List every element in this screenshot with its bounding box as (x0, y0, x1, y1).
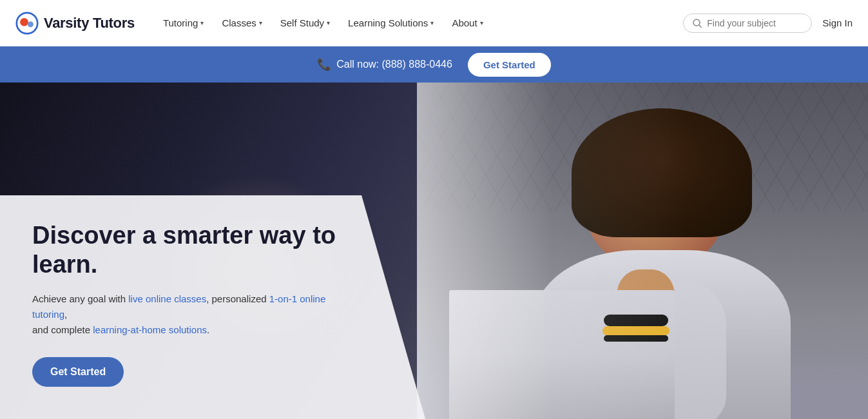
hero-subtext: Achieve any goal with live online classe… (32, 291, 342, 338)
signin-button[interactable]: Sign In (822, 17, 853, 28)
nav-label-about: About (452, 17, 477, 28)
chevron-down-icon: ▾ (480, 19, 483, 26)
svg-point-1 (20, 17, 28, 26)
hero-subtext-end: . (207, 324, 209, 335)
navbar: Varsity Tutors Tutoring ▾ Classes ▾ Self… (0, 0, 868, 46)
call-banner: 📞 Call now: (888) 888-0446 Get Started (0, 46, 868, 83)
nav-item-learning-solutions[interactable]: Learning Solutions ▾ (340, 12, 441, 34)
logo-icon (15, 12, 39, 35)
hero-person-area (417, 83, 868, 419)
nav-label-tutoring: Tutoring (163, 17, 198, 28)
nav-label-learning-solutions: Learning Solutions (348, 17, 428, 28)
nav-right: Sign In (683, 14, 853, 33)
hero-link-live-classes[interactable]: live online classes (128, 293, 206, 304)
nav-item-selfstudy[interactable]: Self Study ▾ (273, 12, 338, 34)
hero-section: Discover a smarter way to learn. Achieve… (0, 83, 868, 419)
hero-heading: Discover a smarter way to learn. (32, 221, 393, 280)
nav-links: Tutoring ▾ Classes ▾ Self Study ▾ Learni… (155, 12, 683, 34)
chevron-down-icon: ▾ (259, 19, 262, 26)
hero-blend-overlay (417, 83, 868, 419)
nav-item-tutoring[interactable]: Tutoring ▾ (155, 12, 211, 34)
search-input[interactable] (707, 18, 802, 28)
svg-line-4 (699, 25, 702, 28)
chevron-down-icon: ▾ (200, 19, 204, 26)
search-box[interactable] (683, 14, 812, 33)
phone-icon: 📞 (317, 57, 331, 72)
nav-item-about[interactable]: About ▾ (444, 12, 490, 34)
hero-link-learning[interactable]: learning-at-home solutions (93, 324, 207, 335)
search-icon (693, 19, 702, 28)
nav-label-selfstudy: Self Study (280, 17, 324, 28)
brand-name: Varsity Tutors (44, 15, 135, 32)
nav-label-classes: Classes (222, 17, 256, 28)
get-started-banner-button[interactable]: Get Started (468, 53, 551, 77)
hero-subtext-before: Achieve any goal with (32, 293, 128, 304)
hero-content-card: Discover a smarter way to learn. Achieve… (0, 195, 425, 419)
logo-link[interactable]: Varsity Tutors (15, 12, 135, 35)
call-text: 📞 Call now: (888) 888-0446 (317, 57, 452, 72)
get-started-hero-button[interactable]: Get Started (32, 357, 124, 387)
chevron-down-icon: ▾ (430, 19, 434, 26)
svg-point-2 (28, 21, 34, 27)
chevron-down-icon: ▾ (327, 19, 330, 26)
nav-item-classes[interactable]: Classes ▾ (214, 12, 269, 34)
hero-subtext-mid1: , personalized (206, 293, 269, 304)
